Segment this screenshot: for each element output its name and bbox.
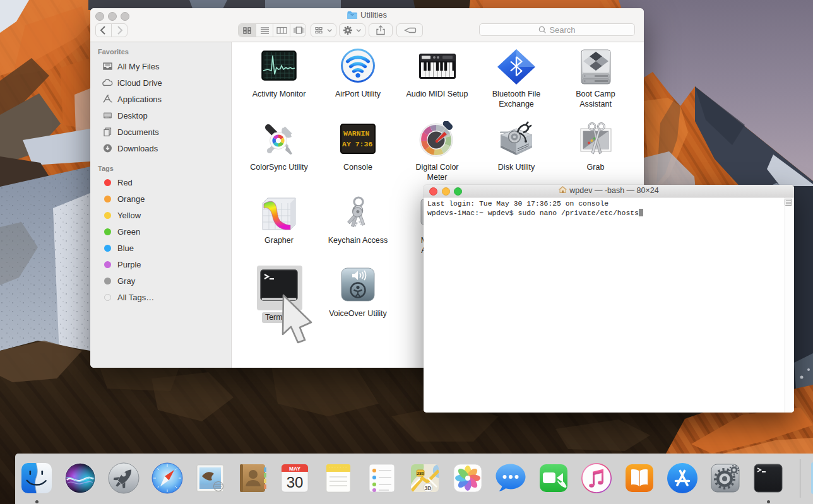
svg-text:3D: 3D <box>425 485 432 491</box>
svg-text:280: 280 <box>417 471 424 476</box>
svg-text:AY 7:36: AY 7:36 <box>342 140 372 148</box>
svg-text:30: 30 <box>287 474 304 491</box>
svg-text:MAY: MAY <box>289 466 300 472</box>
svg-text:WARNIN: WARNIN <box>343 129 370 138</box>
